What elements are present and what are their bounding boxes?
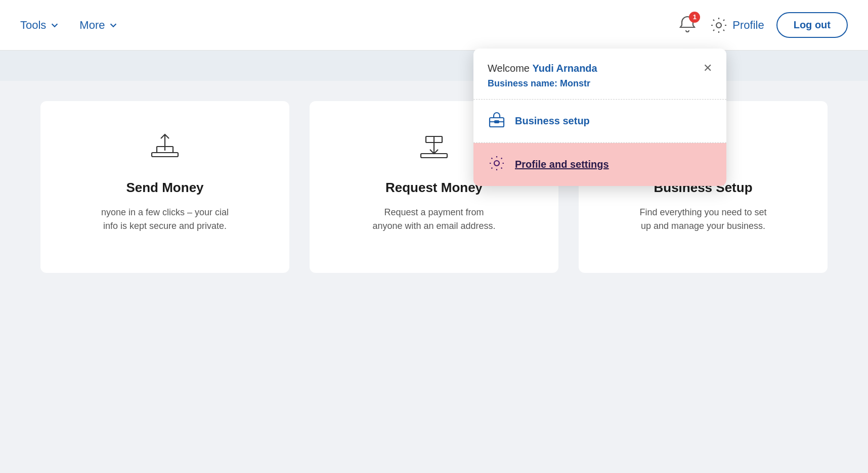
request-money-icon — [416, 131, 452, 170]
main-content: Send Money nyone in a few clicks – your … — [0, 81, 868, 293]
welcome-prefix: Welcome — [488, 63, 533, 74]
profile-settings-menu-item[interactable]: Profile and settings — [473, 143, 726, 186]
svg-point-13 — [494, 161, 499, 166]
header-nav: Tools More — [20, 19, 678, 32]
close-button[interactable]: ✕ — [703, 63, 712, 74]
send-money-card: Send Money nyone in a few clicks – your … — [40, 101, 289, 273]
gear-icon-header — [709, 16, 728, 35]
tools-label: Tools — [20, 19, 46, 32]
send-money-desc: nyone in a few clicks – your cial info i… — [99, 206, 231, 233]
request-money-title: Request Money — [385, 180, 483, 196]
popup-header: Welcome Yudi Arnanda Business name: Mons… — [473, 49, 726, 99]
more-label: More — [79, 19, 105, 32]
briefcase-icon — [488, 111, 506, 131]
svg-rect-1 — [152, 153, 178, 157]
notification-bell[interactable]: 1 — [678, 15, 697, 36]
more-menu[interactable]: More — [79, 19, 118, 32]
header: Tools More 1 Profile Log out — [0, 0, 868, 51]
send-money-icon — [147, 131, 183, 170]
request-money-desc: Request a payment from anyone with an em… — [368, 206, 500, 233]
popup-welcome: Welcome Yudi Arnanda — [488, 63, 597, 74]
svg-point-0 — [716, 23, 721, 28]
user-name: Yudi Arnanda — [533, 63, 597, 74]
profile-settings-label: Profile and settings — [515, 159, 609, 170]
sub-header — [0, 51, 868, 81]
logout-button[interactable]: Log out — [776, 12, 848, 38]
business-setup-label: Business setup — [515, 115, 590, 127]
popup-welcome-section: Welcome Yudi Arnanda Business name: Mons… — [488, 63, 597, 89]
profile-label: Profile — [732, 19, 764, 32]
profile-button[interactable]: Profile — [709, 16, 764, 35]
business-label: Business name: — [488, 78, 557, 88]
business-setup-menu-item[interactable]: Business setup — [473, 100, 726, 143]
popup-business: Business name: Monstr — [488, 78, 597, 89]
profile-dropdown: Welcome Yudi Arnanda Business name: Mons… — [473, 49, 726, 186]
gear-icon-menu — [488, 154, 506, 175]
tools-menu[interactable]: Tools — [20, 19, 59, 32]
send-money-title: Send Money — [126, 180, 203, 196]
business-setup-desc: Find everything you need to set up and m… — [637, 206, 769, 233]
chevron-down-icon-more — [109, 21, 118, 30]
business-name: Monstr — [560, 78, 590, 88]
chevron-down-icon — [50, 21, 59, 30]
header-actions: 1 Profile Log out — [678, 12, 848, 38]
notification-badge: 1 — [689, 12, 700, 23]
